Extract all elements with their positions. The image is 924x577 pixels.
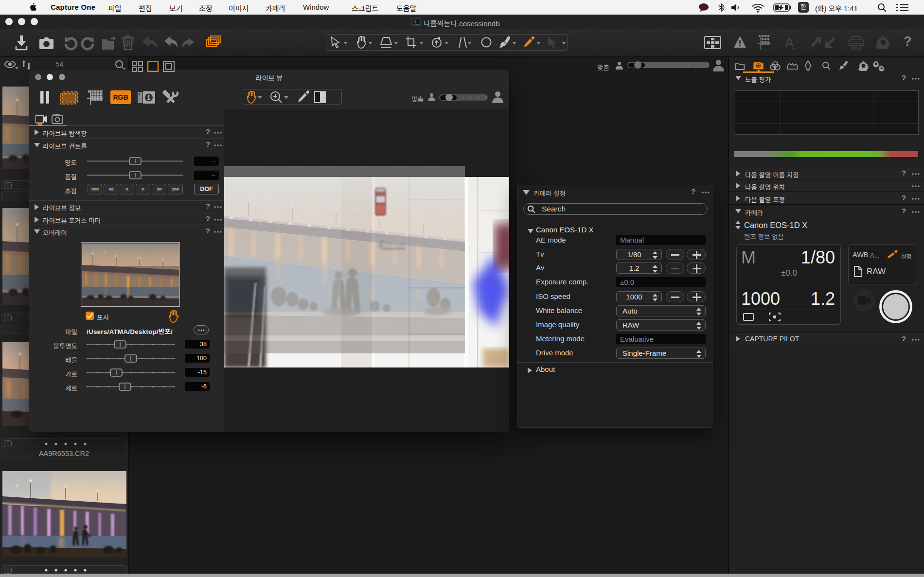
svg-text:1: 1	[147, 94, 151, 101]
svg-text:A: A	[784, 35, 794, 50]
